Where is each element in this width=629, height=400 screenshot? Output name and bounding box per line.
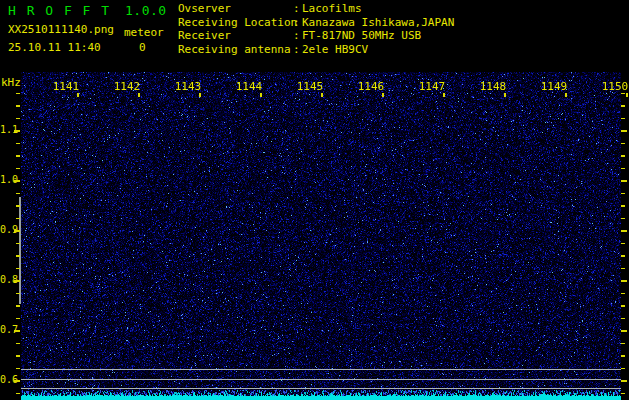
observer-info-block: Ovserver:LacofilmsReceiving Location:Kan… [178,2,454,56]
freq-axis-tick-left [16,355,20,357]
freq-axis-tick-left [16,193,20,195]
time-axis-tick [504,93,506,97]
freq-axis-tick-right [621,93,625,95]
freq-axis-tick-left [14,130,20,132]
time-axis-label: 1144 [234,80,264,93]
observer-info-separator: : [293,29,302,43]
time-axis-label: 1147 [417,80,447,93]
observer-info-value: Kanazawa Ishikawa,JAPAN [302,16,454,30]
freq-axis-tick-left [16,118,20,120]
freq-axis-tick-right [621,205,625,207]
app-version: 1.0.0 [125,3,167,18]
freq-axis-tick-left [16,293,20,295]
observer-info-row: Receiver:FT-817ND 50MHz USB [178,29,454,43]
freq-axis-tick-right [621,305,625,307]
freq-axis-tick-right [621,280,627,282]
observer-info-row: Ovserver:Lacofilms [178,2,454,16]
freq-axis-tick-right [621,118,625,120]
freq-axis-tick-left [16,268,20,270]
freq-axis-tick-right [621,143,625,145]
observer-info-label: Receiver [178,29,293,43]
freq-axis-tick-right [621,180,627,182]
freq-axis-tick-left [16,305,20,307]
freq-axis-tick-left [16,218,20,220]
meteor-count: 0 [139,41,146,54]
freq-axis-tick-left [16,393,20,395]
observer-info-value: FT-817ND 50MHz USB [302,29,421,43]
spectrogram-canvas [21,72,621,400]
time-axis-label: 1141 [51,80,81,93]
time-axis-label: 1148 [478,80,508,93]
time-axis-tick [138,93,140,97]
freq-axis-tick-left [14,180,20,182]
freq-axis-tick-left [16,368,20,370]
freq-axis-tick-right [621,268,625,270]
time-axis-tick [77,93,79,97]
observer-info-label: Receiving antenna [178,43,293,57]
freq-axis-tick-left [16,255,20,257]
freq-axis-tick-right [621,330,627,332]
freq-axis-tick-right [621,168,625,170]
freq-axis-tick-right [621,155,625,157]
freq-axis-tick-right [621,293,625,295]
freq-axis-tick-left [16,318,20,320]
freq-axis-tick-left [14,280,20,282]
observer-info-value: 2ele HB9CV [302,43,368,57]
freq-axis-unit-label: kHz [1,76,21,89]
time-axis-tick [321,93,323,97]
time-axis-tick [199,93,201,97]
hrofft-window: H R O F F T 1.0.0 XX2510111140.png meteo… [0,0,629,400]
freq-axis-tick-right [621,318,625,320]
freq-axis-tick-right [621,255,625,257]
freq-axis-tick-right [621,105,625,107]
app-title: H R O F F T [8,3,111,18]
freq-window-marker-line [19,197,21,304]
time-axis-label: 1150 [600,80,629,93]
freq-axis-tick-left [16,93,20,95]
capture-filename: XX2510111140.png [8,23,114,36]
observer-info-label: Receiving Location [178,16,293,30]
time-axis-tick [626,93,628,97]
freq-axis-tick-left [16,143,20,145]
freq-axis-tick-left [14,330,20,332]
freq-axis-tick-left [16,168,20,170]
time-axis-label: 1145 [295,80,325,93]
observer-info-separator: : [293,43,302,57]
time-axis-tick [565,93,567,97]
freq-axis-tick-right [621,368,625,370]
freq-axis-tick-left [14,230,20,232]
freq-axis-tick-left [16,105,20,107]
freq-axis-tick-right [621,343,625,345]
freq-axis-tick-right [621,380,627,382]
time-axis-tick [443,93,445,97]
observer-info-separator: : [293,16,302,30]
time-axis-label: 1142 [112,80,142,93]
freq-axis-tick-left [14,380,20,382]
capture-datetime: 25.10.11 11:40 [8,41,101,54]
observer-info-row: Receiving antenna:2ele HB9CV [178,43,454,57]
time-axis-tick [382,93,384,97]
observer-info-value: Lacofilms [302,2,362,16]
time-axis-label: 1149 [539,80,569,93]
observer-info-row: Receiving Location:Kanazawa Ishikawa,JAP… [178,16,454,30]
freq-axis-tick-right [621,355,625,357]
freq-axis-tick-left [16,205,20,207]
freq-axis-tick-left [16,343,20,345]
freq-axis-tick-right [621,243,625,245]
freq-axis-tick-left [16,155,20,157]
freq-axis-tick-right [621,218,625,220]
time-axis-label: 1146 [356,80,386,93]
observer-info-label: Ovserver [178,2,293,16]
freq-axis-tick-left [16,243,20,245]
freq-axis-tick-right [621,193,625,195]
freq-axis-tick-right [621,230,627,232]
freq-axis-tick-right [621,130,627,132]
mode-label: meteor [124,26,164,39]
observer-info-separator: : [293,2,302,16]
time-axis-tick [260,93,262,97]
time-axis-label: 1143 [173,80,203,93]
freq-axis-tick-right [621,393,625,395]
